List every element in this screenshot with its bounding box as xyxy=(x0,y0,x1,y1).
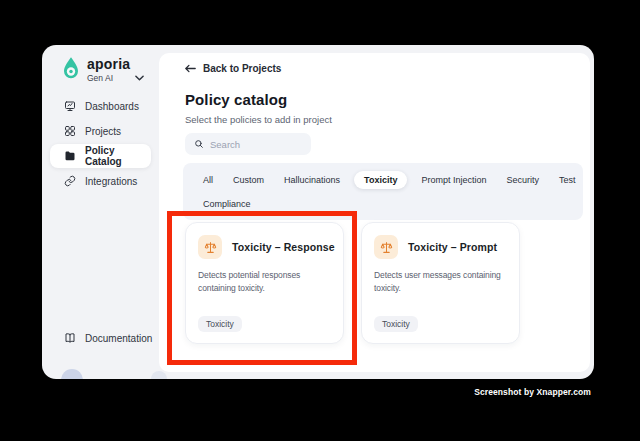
scales-icon xyxy=(374,235,398,259)
sidebar-item-projects[interactable]: Projects xyxy=(50,119,151,143)
sidebar-item-documentation[interactable]: Documentation xyxy=(50,326,151,350)
policy-filter-tabs: All Custom Hallucinations Toxicity Promp… xyxy=(183,163,583,220)
tab-custom[interactable]: Custom xyxy=(227,171,270,189)
tab-row: Compliance xyxy=(197,195,569,213)
brand-name: aporia xyxy=(87,56,144,72)
sidebar-collapse-button[interactable] xyxy=(151,371,167,379)
sidebar-item-label: Policy Catalog xyxy=(85,145,151,167)
workspace-name: Gen AI xyxy=(87,73,113,83)
folder-icon xyxy=(64,150,76,162)
tab-topics[interactable]: Topics xyxy=(589,171,594,189)
card-tag: Toxicity xyxy=(198,316,242,332)
sidebar-item-policy-catalog[interactable]: Policy Catalog xyxy=(50,144,151,168)
dashboards-icon xyxy=(64,100,76,112)
page-title: Policy catalog xyxy=(185,91,287,108)
policy-card-toxicity-response[interactable]: Toxicity – Response Detects potential re… xyxy=(185,222,344,344)
brand-block: aporia Gen AI xyxy=(61,56,144,83)
sidebar-footer: Documentation xyxy=(50,326,151,350)
tab-hallucinations[interactable]: Hallucinations xyxy=(278,171,346,189)
sidebar: aporia Gen AI Dashboards xyxy=(42,45,159,379)
tab-security[interactable]: Security xyxy=(500,171,545,189)
tab-prompt-injection[interactable]: Prompt Injection xyxy=(415,171,492,189)
sidebar-item-label: Documentation xyxy=(85,333,152,344)
chevron-down-icon xyxy=(135,75,144,81)
screenshot-credit: Screenshot by Xnapper.com xyxy=(474,387,591,397)
tab-compliance[interactable]: Compliance xyxy=(197,195,257,213)
card-tag: Toxicity xyxy=(374,316,418,332)
card-description: Detects user messages containing toxicit… xyxy=(374,269,507,295)
back-to-projects-link[interactable]: Back to Projects xyxy=(185,63,281,74)
tab-row: All Custom Hallucinations Toxicity Promp… xyxy=(197,171,569,189)
main-panel: Back to Projects Policy catalog Select t… xyxy=(159,53,590,372)
page-subtitle: Select the policies to add in project xyxy=(185,114,332,125)
aporia-logo-icon xyxy=(61,56,81,81)
sidebar-item-label: Integrations xyxy=(85,176,137,187)
search-box[interactable] xyxy=(185,133,311,155)
sidebar-nav: Dashboards Projects Policy Catalog Integ… xyxy=(50,94,151,193)
search-icon xyxy=(194,139,204,149)
card-header: Toxicity – Response xyxy=(198,235,331,259)
tab-all[interactable]: All xyxy=(197,171,219,189)
arrow-left-icon xyxy=(185,64,196,73)
tab-test[interactable]: Test xyxy=(553,171,582,189)
app-window: aporia Gen AI Dashboards xyxy=(42,45,594,379)
policy-cards: Toxicity – Response Detects potential re… xyxy=(185,222,520,344)
sidebar-item-label: Dashboards xyxy=(85,101,139,112)
sidebar-item-label: Projects xyxy=(85,126,121,137)
link-icon xyxy=(64,175,76,187)
sidebar-item-integrations[interactable]: Integrations xyxy=(50,169,151,193)
card-description: Detects potential responses containing t… xyxy=(198,269,331,295)
card-title: Toxicity – Prompt xyxy=(408,241,497,253)
scales-icon xyxy=(198,235,222,259)
book-icon xyxy=(64,332,76,344)
user-avatar[interactable] xyxy=(61,369,83,379)
policy-card-toxicity-prompt[interactable]: Toxicity – Prompt Detects user messages … xyxy=(361,222,520,344)
tab-toxicity[interactable]: Toxicity xyxy=(354,171,407,189)
workspace-switcher[interactable]: Gen AI xyxy=(87,73,144,83)
back-link-label: Back to Projects xyxy=(203,63,281,74)
card-header: Toxicity – Prompt xyxy=(374,235,507,259)
sidebar-item-dashboards[interactable]: Dashboards xyxy=(50,94,151,118)
card-title: Toxicity – Response xyxy=(232,241,335,253)
search-input[interactable] xyxy=(210,139,302,150)
projects-icon xyxy=(64,125,76,137)
